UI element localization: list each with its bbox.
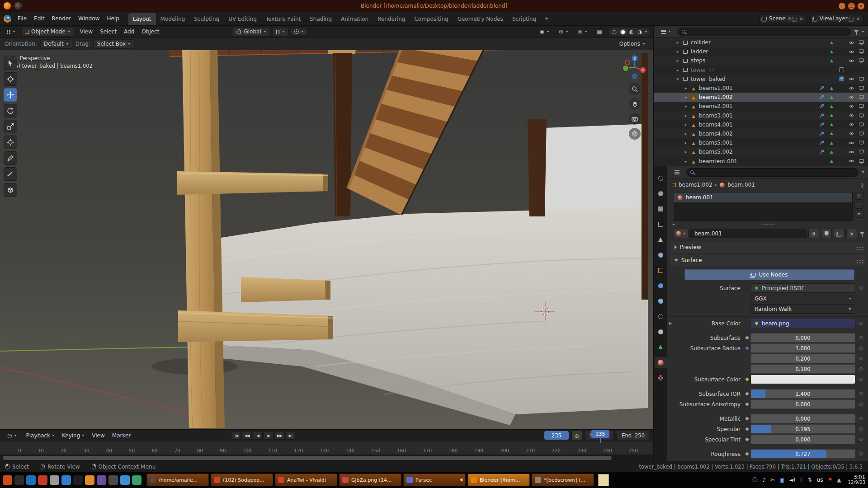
selectability-checkbox[interactable] xyxy=(839,67,844,72)
music-player-icon[interactable]: ♪ xyxy=(762,477,766,483)
pin-icon[interactable] xyxy=(788,17,791,20)
expand-arrow-icon[interactable] xyxy=(684,131,688,136)
value-slider[interactable]: 1.400 xyxy=(750,389,855,399)
tab-material[interactable] xyxy=(655,357,667,368)
hide-eye-icon[interactable] xyxy=(849,122,854,127)
drag-dropdown[interactable]: Select Box xyxy=(94,39,134,49)
filter-caret-icon[interactable] xyxy=(862,31,864,33)
hide-eye-icon[interactable] xyxy=(849,41,854,45)
tab-tool[interactable] xyxy=(655,173,667,183)
outliner-search-input[interactable] xyxy=(678,28,851,36)
outliner-row[interactable]: ladder ▲ xyxy=(654,47,868,56)
keyframe-decorator-icon[interactable] xyxy=(859,452,863,455)
outliner-row[interactable]: beams1.001 ▲ xyxy=(654,84,868,93)
enum-dropdown[interactable]: GGX xyxy=(750,294,855,303)
outliner-row[interactable]: beams1.002 ▲ xyxy=(654,93,868,102)
panel-drag-dots[interactable] xyxy=(859,247,861,248)
orientation-gizmo[interactable]: Z X xyxy=(622,54,648,80)
surface-panel-header[interactable]: Surface xyxy=(670,255,865,266)
keyframe-decorator-icon[interactable] xyxy=(859,417,863,420)
media-player-icon[interactable] xyxy=(97,475,106,485)
preview-panel-header[interactable]: Preview xyxy=(670,242,865,253)
viewport-canvas[interactable]: User Perspective (235) tower_baked | bea… xyxy=(0,50,653,429)
minimize-button[interactable]: – xyxy=(839,3,845,9)
perspective-toggle-button[interactable] xyxy=(629,128,641,140)
select-box-tool[interactable] xyxy=(4,56,17,70)
prev-keyframe-button[interactable]: ◀◀ xyxy=(242,432,252,440)
workspace-tab[interactable]: Modeling xyxy=(156,13,190,25)
value-slider[interactable]: 0.100 xyxy=(750,364,855,374)
timeline-menu-item[interactable]: Playback xyxy=(22,431,58,440)
snapping-button[interactable]: ∏ xyxy=(272,28,288,36)
modifier-wrench-icon[interactable] xyxy=(819,86,824,90)
value-slider[interactable]: 0.000 xyxy=(750,333,855,343)
breadcrumb-material[interactable]: beam.001 xyxy=(727,182,755,188)
workspace-tab[interactable]: Texture Paint xyxy=(261,13,305,25)
keyframe-decorator-icon[interactable] xyxy=(859,392,863,395)
value-slider[interactable]: 0.195 xyxy=(750,424,855,434)
workspace-tab[interactable]: Compositing xyxy=(410,13,453,25)
expand-arrow-icon[interactable] xyxy=(684,141,688,145)
music-icon[interactable] xyxy=(132,475,142,485)
material-slot-row[interactable]: beam.001 xyxy=(674,192,852,202)
hide-eye-icon[interactable] xyxy=(849,77,854,81)
workspace-tab[interactable]: Layout xyxy=(128,13,156,25)
keyboard-layout[interactable]: us xyxy=(817,477,823,483)
disable-viewport-icon[interactable] xyxy=(859,159,864,164)
hide-eye-icon[interactable] xyxy=(849,159,854,163)
frame-end-field[interactable]: End250 xyxy=(617,431,650,440)
expand-arrow-icon[interactable] xyxy=(675,58,680,63)
viewport-menu-item[interactable]: View xyxy=(76,27,96,36)
value-slider[interactable]: 0.200 xyxy=(750,354,855,363)
keyframe-decorator-icon[interactable] xyxy=(859,336,863,339)
menu-item[interactable]: File xyxy=(14,14,30,23)
hide-eye-icon[interactable] xyxy=(849,150,854,154)
material-shading-button[interactable]: ◐ xyxy=(628,29,635,35)
transform-tool[interactable] xyxy=(4,136,17,149)
disable-viewport-icon[interactable] xyxy=(859,95,864,99)
unlink-material-button[interactable]: × xyxy=(846,229,857,238)
outliner-row[interactable]: tower_baked xyxy=(654,75,868,84)
expand-arrow-icon[interactable] xyxy=(675,68,680,72)
workspace-tab[interactable]: Rendering xyxy=(373,13,410,25)
properties-editor-type-button[interactable] xyxy=(671,169,683,176)
slot-specials-button[interactable] xyxy=(854,210,863,218)
preview-range-button[interactable]: ◷ xyxy=(571,431,582,440)
tab-modifiers[interactable] xyxy=(655,280,667,291)
cursor-tool[interactable] xyxy=(4,72,17,86)
options-dropdown[interactable]: Options xyxy=(616,39,649,49)
tab-object[interactable] xyxy=(655,265,667,276)
tab-world[interactable] xyxy=(655,249,667,260)
solid-shading-button[interactable]: ● xyxy=(619,29,627,35)
menu-item[interactable]: Help xyxy=(103,14,123,23)
viewport-menu-item[interactable]: Select xyxy=(96,27,120,36)
screenshot-icon[interactable]: ▣ xyxy=(779,477,784,483)
editor-type-button[interactable] xyxy=(3,28,19,35)
window-button[interactable]: (102) Sodapop... xyxy=(211,474,273,486)
value-slider[interactable]: 0.000 xyxy=(750,435,855,444)
proportional-editing-button[interactable] xyxy=(291,28,307,36)
hide-eye-icon[interactable] xyxy=(849,113,854,117)
files-icon[interactable] xyxy=(26,475,36,485)
overlays-dropdown[interactable]: ◎ xyxy=(574,28,591,36)
disable-viewport-icon[interactable] xyxy=(859,40,864,45)
value-slider[interactable]: 0.000 xyxy=(750,399,855,409)
outliner-row[interactable]: beamtent.001 ▲ xyxy=(654,156,868,165)
browser-icon[interactable] xyxy=(38,475,47,485)
expand-arrow-icon[interactable] xyxy=(675,77,680,81)
scrollbar-thumb[interactable] xyxy=(3,456,612,460)
outliner-row[interactable]: beams5.002 ▲ xyxy=(654,147,868,156)
outliner-row[interactable]: beams4.002 ▲ xyxy=(654,129,868,138)
selectability-checkbox[interactable] xyxy=(839,76,844,81)
caret-up-icon[interactable]: ▲ xyxy=(837,477,841,483)
hide-eye-icon[interactable] xyxy=(849,59,854,63)
disable-viewport-icon[interactable] xyxy=(859,104,864,108)
close-button[interactable]: × xyxy=(858,3,864,9)
rotate-tool[interactable] xyxy=(4,104,17,117)
workspace-tab[interactable]: Animation xyxy=(336,13,373,25)
window-button[interactable]: AnaTwi - Vivaldi xyxy=(275,474,337,486)
expand-arrow-icon[interactable] xyxy=(684,86,688,90)
code-editor-icon[interactable] xyxy=(73,475,83,485)
outliner-editor-type-button[interactable] xyxy=(657,28,675,35)
wireframe-shading-button[interactable]: ○ xyxy=(611,29,618,35)
